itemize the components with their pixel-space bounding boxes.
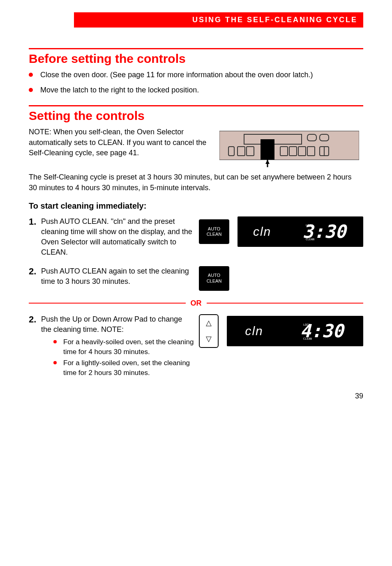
svg-text:LOCK: LOCK [306, 224, 313, 227]
subhead-start-cleaning: To start cleaning immediately: [29, 201, 363, 211]
or-divider: OR [29, 299, 363, 308]
step-text: Push AUTO CLEAN. "cln" and the preset cl… [41, 216, 199, 258]
intro-text-2: The Self-Cleaning cycle is preset at 3 h… [29, 172, 363, 193]
divider-line [29, 303, 186, 304]
before-bullet-list: Close the oven door. (See page 11 for mo… [29, 70, 363, 95]
step-text-span: Push the Up or Down Arrow Pad to change … [41, 315, 182, 334]
step-number: 2. [29, 314, 41, 325]
down-arrow-icon[interactable]: ▽ [206, 334, 212, 343]
divider-line [207, 303, 364, 304]
step-number: 2. [29, 266, 41, 277]
step-text: Push AUTO CLEAN again to set the cleanin… [41, 266, 199, 287]
display-mode-label: cln [253, 225, 271, 239]
oven-display: cln 3:30 LOCK CLEAN [238, 216, 363, 247]
display-mode-label: cln [245, 324, 263, 338]
page-header-bar: USING THE SELF-CLEANING CYCLE [74, 12, 363, 28]
up-arrow-icon[interactable]: △ [206, 318, 212, 327]
svg-text:CLEAN: CLEAN [303, 337, 312, 341]
display-time-value: 3:30 LOCK CLEAN [302, 221, 348, 242]
note-bullet-item: For a lightly-soiled oven, set the clean… [53, 358, 194, 378]
step-number: 1. [29, 216, 41, 227]
or-text: OR [186, 299, 207, 308]
section-heading-setting: Setting the controls [29, 109, 363, 123]
page-number: 39 [29, 392, 363, 400]
auto-clean-button[interactable]: AUTO CLEAN [199, 266, 229, 291]
button-label-bot: CLEAN [207, 232, 222, 237]
bullet-item: Close the oven door. (See page 11 for mo… [29, 70, 363, 80]
intro-text-1: NOTE: When you self-clean, the Oven Sele… [29, 127, 215, 168]
button-label-bot: CLEAN [207, 278, 222, 284]
bullet-item: Move the latch to the right to the locke… [29, 85, 363, 95]
note-bullet-item: For a heavily-soiled oven, set the clean… [53, 337, 194, 357]
auto-clean-button[interactable]: AUTO CLEAN [199, 219, 229, 244]
button-label-top: AUTO [208, 273, 220, 278]
button-label-top: AUTO [208, 226, 220, 232]
svg-marker-15 [265, 160, 270, 164]
svg-rect-5 [261, 139, 274, 160]
step-text: Push the Up or Down Arrow Pad to change … [41, 314, 199, 380]
display-time-value: 4:30 LOCK CLEAN [300, 320, 345, 342]
svg-text:CLEAN: CLEAN [306, 238, 314, 241]
section-rule [29, 105, 363, 106]
note-bullets: For a heavily-soiled oven, set the clean… [53, 337, 194, 378]
section-heading-before: Before setting the controls [29, 52, 363, 66]
section-rule [29, 48, 363, 49]
control-panel-illustration [215, 127, 363, 168]
oven-display: cln 4:30 LOCK CLEAN [227, 316, 363, 346]
svg-text:LOCK: LOCK [303, 323, 311, 327]
arrow-pad[interactable]: △ ▽ [199, 314, 219, 348]
